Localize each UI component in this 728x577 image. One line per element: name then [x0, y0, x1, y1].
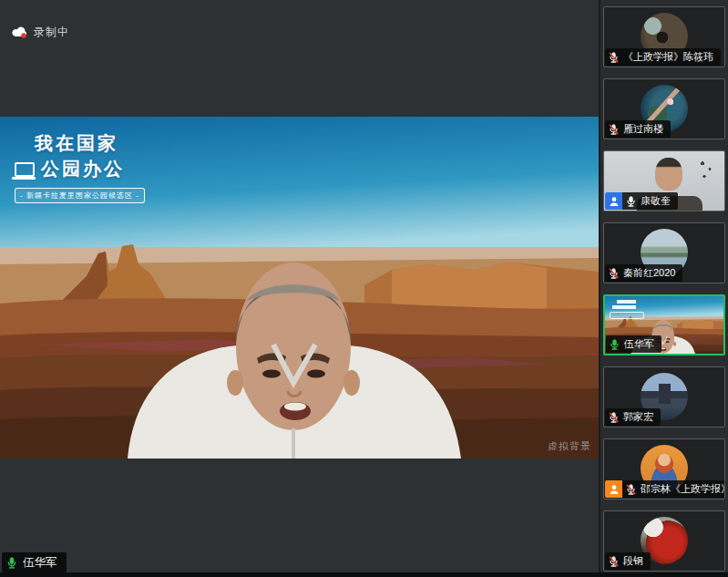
- participant-name: 邵宗林《上政学报》: [641, 482, 725, 496]
- active-speaker-name: 伍华军: [23, 555, 57, 571]
- window-bottom-edge: [0, 572, 728, 577]
- participant-tile-wuhuajun-active[interactable]: 伍华军: [603, 294, 725, 355]
- mic-muted-icon: [608, 267, 620, 280]
- laptop-icon: [15, 162, 35, 177]
- mic-muted-icon: [608, 123, 620, 136]
- logo-tagline: - 新疆卡拉麦里国家公园候选区 -: [15, 188, 145, 203]
- mic-muted-icon: [608, 51, 620, 64]
- participant-tile-guojiahong[interactable]: 郭家宏: [603, 366, 725, 428]
- virtual-background-label: 虚拟背景: [548, 440, 591, 453]
- participant-name: 郭家宏: [623, 410, 653, 424]
- logo-line1: 我在国家: [35, 131, 145, 156]
- cloud-recording-icon: [12, 26, 28, 38]
- logo-line2: 公园办公: [41, 157, 125, 181]
- recording-label: 录制中: [34, 25, 69, 40]
- mic-muted-icon: [625, 483, 637, 496]
- mic-on-green-icon: [5, 556, 18, 570]
- participant-tile-duangang[interactable]: 段钢: [603, 510, 725, 572]
- mic-muted-icon: [608, 555, 620, 568]
- meeting-window: 录制中 我在国家 公园办公 - 新疆卡拉麦里国家公园候选区 - 虚拟背景 伍华军: [0, 0, 728, 577]
- participant-tile-kangjingkui[interactable]: 康敬奎: [603, 150, 725, 211]
- mic-on-icon: [625, 195, 637, 208]
- main-video[interactable]: 我在国家 公园办公 - 新疆卡拉麦里国家公园候选区 - 虚拟背景: [0, 117, 599, 459]
- participant-name: 康敬奎: [641, 194, 671, 208]
- participant-name: 秦前红2020: [623, 266, 675, 280]
- main-stage: 录制中 我在国家 公园办公 - 新疆卡拉麦里国家公园候选区 - 虚拟背景 伍华军: [0, 0, 599, 577]
- participant-tile-shaozonglin[interactable]: 邵宗林《上政学报》: [603, 438, 725, 500]
- participant-name: 段钢: [623, 554, 643, 568]
- participant-name: 《上政学报》陈筱玮: [623, 50, 713, 64]
- cohost-badge-icon: [605, 480, 622, 498]
- participant-tile-chenxiaowei[interactable]: 《上政学报》陈筱玮: [603, 6, 725, 67]
- participant-name: 雁过南楼: [623, 122, 663, 136]
- active-speaker-name-bar: 伍华军: [2, 552, 67, 572]
- participant-name: 伍华军: [624, 337, 654, 351]
- mic-speaking-icon: [609, 338, 620, 351]
- participant-tile-qinqianhong[interactable]: 秦前红2020: [603, 222, 725, 283]
- participants-sidebar[interactable]: 《上政学报》陈筱玮 雁过南楼: [599, 0, 728, 577]
- recording-indicator: 录制中: [12, 25, 69, 40]
- park-office-logo: 我在国家 公园办公 - 新疆卡拉麦里国家公园候选区 -: [15, 131, 145, 203]
- participant-tile-yanguonanlou[interactable]: 雁过南楼: [603, 78, 725, 139]
- mic-muted-icon: [608, 411, 620, 424]
- host-badge-icon: [605, 192, 622, 210]
